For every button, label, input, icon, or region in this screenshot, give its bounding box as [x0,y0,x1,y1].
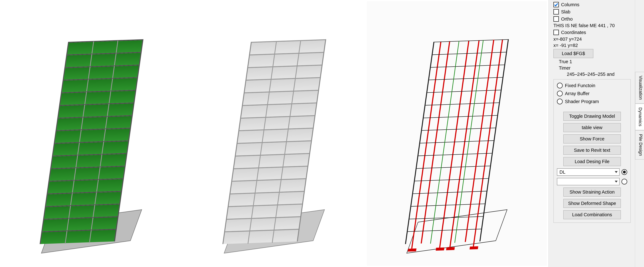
checkbox-icon [554,9,559,14]
show-force-button[interactable]: Show Force [563,134,621,143]
load-case-select-primary[interactable]: DL [557,168,620,176]
radio-label: Shader Program [565,99,599,104]
load-case-primary-radio[interactable] [622,169,627,175]
checkbox-slab[interactable]: Slab [554,9,631,15]
select-value: DL [560,170,566,175]
render-mode-group: Fixed Functoin Array Buffer Shader Progr… [554,79,631,223]
checkbox-label: Coordinates [561,30,586,35]
status-coord-2: x= -91 y=82 [554,43,631,48]
chevron-down-icon [615,171,618,173]
building-model-green [2,1,182,266]
viewport-shaded-green[interactable] [2,1,182,266]
chevron-down-icon [615,181,618,183]
radio-label: Array Buffer [565,91,590,96]
radio-shader-program[interactable]: Shader Program [557,99,627,104]
status-true-line: True 1 [554,59,631,64]
tab-dynamics[interactable]: Dynamics [635,104,644,130]
status-timer-values: 245–245–245–255 and [554,72,631,77]
radio-icon [557,91,563,96]
vertical-tab-strip: Visualization Dynamics Pile Design [635,0,644,267]
status-coord-1: x=-807 y=724 [554,36,631,42]
building-model-gray [184,1,364,266]
tab-pile-design[interactable]: Pile Design [635,130,644,160]
side-panel-wrapper: Columns Slab Ortho THIS IS NE false ME 4… [548,0,644,267]
tab-visualization[interactable]: Visualization [635,72,644,104]
load-combinations-button[interactable]: Load Combinations [563,210,621,219]
show-straining-action-button[interactable]: Show Straining Action [563,188,621,197]
side-panel: Columns Slab Ortho THIS IS NE false ME 4… [548,0,635,267]
checkbox-coordinates[interactable]: Coordinates [554,29,631,35]
load-design-file-button[interactable]: Load Desing File [563,157,621,166]
radio-fixed-function[interactable]: Fixed Functoin [557,83,627,88]
toggle-drawing-model-button[interactable]: Toggle Drawing Model [563,112,621,121]
status-timer-label: Timer [554,65,631,71]
viewport-wireframe-analysis[interactable] [367,1,547,266]
load-case-secondary-radio[interactable] [622,179,627,185]
radio-label: Fixed Functoin [565,83,595,88]
checkbox-ortho[interactable]: Ortho [554,16,631,22]
radio-icon [557,83,563,88]
building-model-analysis [367,1,547,266]
checkbox-label: Columns [561,2,579,7]
app-root: Columns Slab Ortho THIS IS NE false ME 4… [0,0,644,267]
checkbox-label: Ortho [561,16,573,22]
checkbox-columns[interactable]: Columns [554,1,631,8]
save-to-revit-button[interactable]: Save to Revit text [563,146,621,155]
checkbox-icon [554,16,559,22]
table-view-button[interactable]: table view [563,123,621,132]
radio-icon [557,99,563,104]
checkbox-icon [554,2,559,7]
show-deformed-shape-button[interactable]: Show Deformed Shape [563,199,621,208]
checkbox-icon [554,30,559,35]
load-case-select-secondary[interactable] [557,178,620,185]
radio-array-buffer[interactable]: Array Buffer [557,91,627,96]
status-ne-line: THIS IS NE false ME 441 , 70 [554,23,631,28]
viewport-area [0,0,548,267]
checkbox-label: Slab [561,9,570,15]
viewport-shaded-gray[interactable] [184,1,364,266]
load-fg-button[interactable]: Load $FG$ [554,49,593,58]
